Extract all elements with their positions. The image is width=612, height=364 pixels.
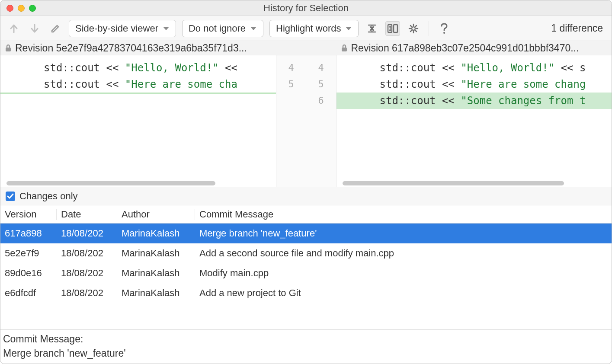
cell-author: MarinaKalash [117,228,195,239]
code-line[interactable]: std::cout << "Here are some cha [0,76,276,93]
code-line[interactable]: std::cout << "Some changes from t [336,93,612,109]
cell-message: Modify main.cpp [195,268,612,279]
edit-icon[interactable] [48,21,63,36]
cell-author: MarinaKalash [117,268,195,279]
cell-author: MarinaKalash [117,248,195,259]
lock-icon [341,44,348,52]
left-horizontal-scrollbar[interactable] [0,180,276,187]
line-number: 4 [276,60,306,76]
collapse-unchanged-icon[interactable] [365,21,379,36]
col-version[interactable]: Version [0,209,57,220]
cell-date: 18/08/202 [57,248,117,259]
cell-version: 617a898 [0,228,57,239]
cell-date: 18/08/202 [57,268,117,279]
table-row[interactable]: 617a89818/08/202MarinaKalashMerge branch… [0,224,612,243]
table-header: Version Date Author Commit Message [0,205,612,224]
prev-diff-icon[interactable] [6,21,21,36]
table-row[interactable]: 5e2e7f918/08/202MarinaKalashAdd a second… [0,243,612,263]
title-bar: History for Selection [0,0,612,16]
cell-date: 18/08/202 [57,287,117,299]
code-line[interactable]: std::cout << "Hello, World!" << s [336,60,612,76]
ignore-dropdown[interactable]: Do not ignore [182,20,263,37]
highlight-dropdown[interactable]: Highlight words [269,20,359,37]
cell-message: Add a second source file and modify main… [195,248,612,259]
left-code-pane[interactable]: std::cout << "Hello, World!" <<std::cout… [0,55,276,187]
settings-gear-icon[interactable] [406,21,421,36]
table-row[interactable]: 89d0e1618/08/202MarinaKalashModify main.… [0,263,612,283]
close-window-button[interactable] [6,5,13,12]
line-number: 4 [306,60,336,76]
view-mode-dropdown[interactable]: Side-by-side viewer [69,20,176,37]
table-row[interactable]: e6dfcdf18/08/202MarinaKalashAdd a new pr… [0,283,612,303]
cell-author: MarinaKalash [117,287,195,299]
commit-message-value: Merge branch 'new_feature' [0,346,612,364]
toolbar-separator [429,21,429,36]
cell-date: 18/08/202 [57,228,117,239]
right-revision-text: Revision 617a898eb3c07e2504c991d01bbbf34… [351,42,579,54]
code-line[interactable]: std::cout << "Hello, World!" << [0,60,276,76]
right-horizontal-scrollbar[interactable] [336,180,612,187]
lock-icon [5,44,12,52]
diff-area: std::cout << "Hello, World!" <<std::cout… [0,55,612,187]
line-number: 5 [306,76,336,93]
col-message[interactable]: Commit Message [195,209,612,220]
code-line[interactable]: std::cout << "Here are some chang [336,76,612,93]
next-diff-icon[interactable] [27,21,42,36]
revision-headers: Revision 5e2e7f9a42783704163e319a6ba35f7… [0,41,612,55]
svg-point-2 [412,27,415,30]
cell-message: Add a new project to Git [195,287,612,299]
vertical-scrollbar[interactable] [605,57,611,169]
col-date[interactable]: Date [57,209,117,220]
sync-scroll-icon[interactable] [385,21,400,36]
changes-only-checkbox[interactable] [6,192,15,201]
diff-count: 1 difference [551,22,606,34]
ignore-label: Do not ignore [189,23,246,34]
line-number: 5 [276,76,306,93]
svg-rect-5 [342,48,347,51]
chevron-down-icon [345,26,352,31]
cell-version: 5e2e7f9 [0,248,57,259]
svg-rect-1 [394,25,397,32]
col-author[interactable]: Author [117,209,195,220]
cell-version: e6dfcdf [0,287,57,299]
minimize-window-button[interactable] [18,5,25,12]
diff-toolbar: Side-by-side viewer Do not ignore Highli… [0,16,612,41]
cell-version: 89d0e16 [0,268,57,279]
view-mode-label: Side-by-side viewer [75,23,158,34]
chevron-down-icon [163,26,170,31]
left-revision-label: Revision 5e2e7f9a42783704163e319a6ba35f7… [0,41,276,55]
line-number-gutters: 45 456 [276,55,336,187]
changes-only-label: Changes only [19,191,78,202]
history-table: Version Date Author Commit Message 617a8… [0,205,612,329]
commit-message-label: Commit Message: [0,330,612,346]
svg-point-3 [443,32,445,34]
changes-only-row: Changes only [0,187,612,205]
highlight-label: Highlight words [276,23,341,34]
left-revision-text: Revision 5e2e7f9a42783704163e319a6ba35f7… [15,42,247,54]
window-title: History for Selection [0,3,612,14]
chevron-down-icon [250,26,257,31]
zoom-window-button[interactable] [29,5,36,12]
svg-rect-4 [6,48,11,51]
cell-message: Merge branch 'new_feature' [195,228,612,239]
right-revision-label: Revision 617a898eb3c07e2504c991d01bbbf34… [336,41,612,55]
line-number: 6 [306,93,336,109]
insertion-marker [0,93,276,94]
help-icon[interactable] [437,21,452,36]
history-window: History for Selection Side-by-side viewe… [0,0,612,364]
commit-message-panel: Commit Message: Merge branch 'new_featur… [0,329,612,364]
right-code-pane[interactable]: std::cout << "Hello, World!" << sstd::co… [336,55,612,187]
